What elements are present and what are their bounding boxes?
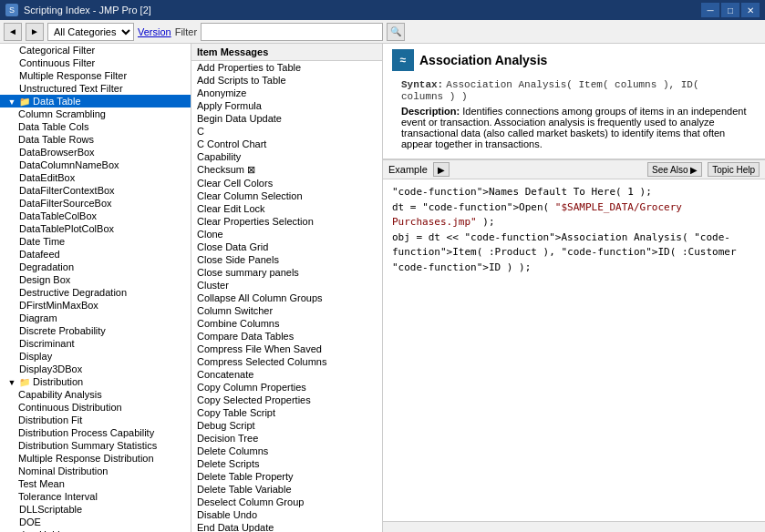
left-panel-item[interactable]: Tolerance Interval — [0, 490, 191, 503]
left-panel-item[interactable]: Data Table Cols — [0, 120, 191, 133]
middle-item-label: Compare Data Tables — [197, 331, 294, 342]
middle-panel-item[interactable]: Clear Cell Colors — [191, 177, 382, 189]
middle-panel-item[interactable]: C — [191, 125, 382, 138]
left-panel-item[interactable]: DOE — [0, 516, 191, 528]
middle-item-label: Decision Tree — [197, 433, 258, 444]
left-panel-item[interactable]: Unstructured Text Filter — [0, 82, 191, 95]
close-button[interactable]: ✕ — [741, 3, 760, 17]
left-panel-item[interactable]: Datafeed — [0, 248, 191, 261]
left-item-label: Display3DBox — [19, 363, 82, 374]
middle-panel-item[interactable]: Concatenate — [191, 368, 382, 381]
left-panel-item[interactable]: Continuous Filter — [0, 56, 191, 69]
middle-panel-item[interactable]: Deselect Column Group — [191, 496, 382, 508]
middle-panel-item[interactable]: Close Side Panels — [191, 253, 382, 266]
middle-panel-item[interactable]: Clone — [191, 228, 382, 240]
left-panel-item[interactable]: Discriminant — [0, 337, 191, 350]
middle-item-label: Close summary panels — [197, 267, 299, 278]
maximize-button[interactable]: □ — [721, 3, 739, 17]
left-panel-item[interactable]: DataTableColBox — [0, 210, 191, 222]
left-panel-item[interactable]: Degradation — [0, 261, 191, 273]
left-item-label: Tolerance Interval — [18, 491, 98, 502]
middle-panel-item[interactable]: Disable Undo — [191, 508, 382, 521]
left-panel-item[interactable]: Design Box — [0, 273, 191, 286]
middle-panel-item[interactable]: Delete Table Property — [191, 470, 382, 483]
middle-panel-item[interactable]: Collapse All Column Groups — [191, 292, 382, 304]
left-panel-item[interactable]: ▼ 📁 Data Table — [0, 95, 191, 107]
middle-panel-item[interactable]: Clear Edit Lock — [191, 202, 382, 215]
middle-panel-item[interactable]: Compress File When Saved — [191, 343, 382, 355]
middle-panel-item[interactable]: Copy Column Properties — [191, 381, 382, 394]
left-panel-item[interactable]: Diagram — [0, 312, 191, 324]
left-panel-item[interactable]: Distribution Fit — [0, 414, 191, 426]
example-run-button[interactable]: ▶ — [433, 162, 450, 177]
version-link[interactable]: Version — [138, 26, 171, 37]
middle-panel-item[interactable]: Begin Data Update — [191, 112, 382, 125]
left-panel-item[interactable]: Data Table Rows — [0, 133, 191, 146]
middle-panel-item[interactable]: Combine Columns — [191, 317, 382, 330]
middle-panel-item[interactable]: Cluster — [191, 279, 382, 292]
left-panel-item[interactable]: Multiple Response Filter — [0, 69, 191, 82]
tree-toggle-icon — [7, 198, 16, 207]
bottom-scrollbar[interactable] — [383, 521, 765, 532]
left-panel-item[interactable]: Test Mean — [0, 477, 191, 490]
middle-panel-item[interactable]: Clear Properties Selection — [191, 215, 382, 228]
left-panel-item[interactable]: Categorical Filter — [0, 44, 191, 56]
left-panel-item[interactable]: Nominal Distribution — [0, 465, 191, 477]
middle-panel-item[interactable]: Copy Table Script — [191, 406, 382, 419]
middle-panel-item[interactable]: Decision Tree — [191, 432, 382, 445]
left-panel-item[interactable]: DataFilterSourceBox — [0, 197, 191, 210]
topic-help-button[interactable]: Topic Help — [708, 162, 760, 177]
middle-panel-item[interactable]: Add Scripts to Table — [191, 74, 382, 87]
left-panel-item[interactable]: Column Scrambling — [0, 107, 191, 120]
category-select[interactable]: All Categories — [47, 23, 134, 41]
middle-panel-item[interactable]: Copy Selected Properties — [191, 394, 382, 406]
left-panel-item[interactable]: Continuous Distribution — [0, 401, 191, 414]
left-panel-item[interactable]: Multiple Response Distribution — [0, 452, 191, 465]
middle-panel-item[interactable]: Close Data Grid — [191, 240, 382, 253]
middle-panel-item[interactable]: Delete Scripts — [191, 457, 382, 470]
middle-panel-item[interactable]: End Data Update — [191, 521, 382, 532]
middle-item-label: Add Properties to Table — [197, 62, 301, 73]
left-panel-item[interactable]: DataBrowserBox — [0, 146, 191, 159]
left-panel-item[interactable]: Capability Analysis — [0, 388, 191, 401]
left-panel-item[interactable]: Distribution Summary Statistics — [0, 439, 191, 452]
left-panel-item[interactable]: Destructive Degradation — [0, 286, 191, 299]
middle-panel-item[interactable]: C Control Chart — [191, 138, 382, 150]
see-also-button[interactable]: See Also ▶ — [647, 162, 702, 177]
middle-panel-item[interactable]: Clear Column Selection — [191, 189, 382, 202]
left-panel-item[interactable]: Display3DBox — [0, 363, 191, 375]
middle-panel-item[interactable]: Add Properties to Table — [191, 61, 382, 74]
middle-panel-item[interactable]: Delete Columns — [191, 445, 382, 457]
left-panel-item[interactable]: DataFilterContextBox — [0, 184, 191, 197]
minimize-button[interactable]: ─ — [701, 3, 719, 17]
search-button[interactable]: 🔍 — [387, 23, 405, 41]
middle-panel-item[interactable]: Capability — [191, 150, 382, 163]
left-panel-item[interactable]: Discrete Probability — [0, 324, 191, 337]
left-panel-item[interactable]: Date Time — [0, 235, 191, 248]
middle-item-label: Delete Columns — [197, 445, 268, 456]
left-item-label: Capability Analysis — [18, 389, 102, 400]
left-panel-item[interactable]: DataEditBox — [0, 171, 191, 184]
middle-panel-item[interactable]: Anonymize — [191, 87, 382, 99]
middle-panel-item[interactable]: Compare Data Tables — [191, 330, 382, 343]
middle-panel-item[interactable]: Apply Formula — [191, 99, 382, 112]
middle-panel-item[interactable]: Debug Script — [191, 419, 382, 432]
middle-panel-item[interactable]: Delete Table Variable — [191, 483, 382, 496]
back-button[interactable]: ◄ — [4, 23, 22, 41]
left-panel-item[interactable]: DFirstMinMaxBox — [0, 299, 191, 312]
left-panel-item[interactable]: DLLScriptable — [0, 503, 191, 516]
middle-panel-item[interactable]: Checksum ⊠ — [191, 163, 382, 177]
forward-button[interactable]: ► — [26, 23, 44, 41]
middle-panel-item[interactable]: Compress Selected Columns — [191, 355, 382, 368]
middle-item-label: Debug Script — [197, 420, 255, 431]
middle-panel-item[interactable]: Column Switcher — [191, 304, 382, 317]
left-panel-item[interactable]: Distribution Process Capability — [0, 426, 191, 439]
left-panel-item[interactable]: ▼ 📁 Distribution — [0, 375, 191, 388]
right-panel: ≈ Association Analysis Syntax: Associati… — [383, 44, 765, 532]
left-panel-item[interactable]: Display — [0, 350, 191, 363]
search-input[interactable] — [201, 23, 383, 41]
left-panel-item[interactable]: dragHolder — [0, 528, 191, 532]
left-panel-item[interactable]: DataTablePlotColBox — [0, 222, 191, 235]
middle-panel-item[interactable]: Close summary panels — [191, 266, 382, 279]
left-panel-item[interactable]: DataColumnNameBox — [0, 159, 191, 171]
